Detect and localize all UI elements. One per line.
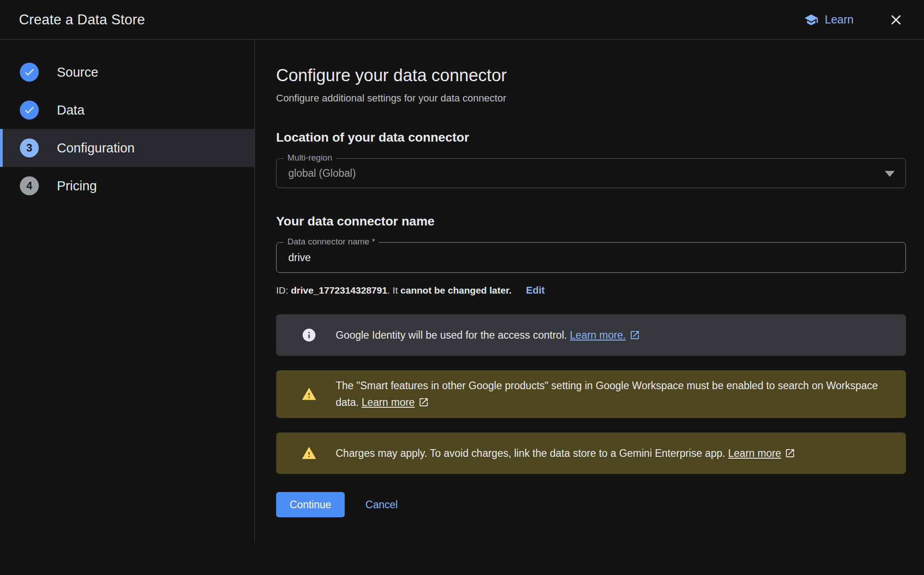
- name-section-title: Your data connector name: [276, 214, 906, 229]
- cancel-button[interactable]: Cancel: [365, 499, 398, 511]
- connector-name-field: Data connector name *: [276, 242, 906, 273]
- action-bar: Continue Cancel: [276, 492, 906, 517]
- charges-warning-content: Charges may apply. To avoid charges, lin…: [336, 445, 795, 462]
- check-circle-icon: [20, 101, 39, 120]
- stepper: Source Data 3 Configuration 4 Pricing: [0, 40, 255, 575]
- charges-warning-text: Charges may apply. To avoid charges, lin…: [336, 447, 725, 459]
- external-link-icon: [629, 330, 640, 340]
- region-select-value: global (Global): [288, 167, 356, 179]
- check-circle-icon: [20, 63, 39, 82]
- info-learn-more-label: Learn more.: [570, 329, 626, 341]
- step-pricing[interactable]: 4 Pricing: [0, 167, 255, 205]
- learn-label: Learn: [825, 13, 854, 26]
- step-label-source: Source: [57, 65, 98, 80]
- workspace-learn-more-label: Learn more: [362, 396, 415, 408]
- dialog-header: Create a Data Store Learn: [0, 0, 924, 40]
- warning-icon: [301, 446, 317, 461]
- info-banner-text: Google Identity will be used for the acc…: [336, 329, 567, 341]
- close-icon: [888, 12, 904, 28]
- close-button[interactable]: [886, 10, 906, 30]
- helper-bold: cannot be changed later.: [401, 285, 512, 295]
- step-source[interactable]: Source: [0, 53, 255, 91]
- region-select-label: Multi-region: [284, 153, 336, 163]
- info-banner-content: Google Identity will be used for the acc…: [336, 327, 640, 344]
- step-label-data: Data: [57, 103, 84, 118]
- learn-link[interactable]: Learn: [804, 13, 854, 27]
- connector-name-label: Data connector name *: [284, 237, 379, 247]
- school-icon: [804, 13, 818, 27]
- dialog-title: Create a Data Store: [19, 12, 145, 28]
- step-label-pricing: Pricing: [57, 179, 97, 193]
- step-data[interactable]: Data: [0, 91, 255, 129]
- page-subheading: Configure additional settings for your d…: [276, 92, 906, 104]
- workspace-learn-more-link[interactable]: Learn more: [362, 396, 430, 408]
- dialog-body: Source Data 3 Configuration 4 Pricing Co…: [0, 40, 924, 575]
- workspace-warning-banner: The "Smart features in other Google prod…: [276, 370, 906, 418]
- external-link-icon: [418, 397, 429, 408]
- location-section-title: Location of your data connector: [276, 130, 906, 145]
- connector-id: drive_1772314328791: [291, 285, 388, 295]
- chevron-down-icon: [885, 171, 895, 177]
- connector-id-helper: ID: drive_1772314328791. It cannot be ch…: [276, 285, 906, 296]
- page-heading: Configure your data connector: [276, 66, 906, 85]
- continue-button[interactable]: Continue: [276, 492, 345, 517]
- header-actions: Learn: [804, 10, 906, 30]
- step-label-configuration: Configuration: [57, 141, 135, 156]
- info-icon: [301, 327, 317, 343]
- workspace-warning-content: The "Smart features in other Google prod…: [336, 377, 888, 411]
- connector-name-input[interactable]: [288, 252, 894, 264]
- external-link-icon: [785, 448, 795, 459]
- helper-prefix: ID:: [276, 285, 291, 295]
- edit-id-button[interactable]: Edit: [526, 285, 545, 296]
- info-learn-more-link[interactable]: Learn more.: [570, 329, 640, 341]
- configuration-panel: Configure your data connector Configure …: [255, 40, 924, 575]
- create-data-store-dialog: Create a Data Store Learn Source: [0, 0, 924, 575]
- charges-learn-more-link[interactable]: Learn more: [728, 447, 796, 459]
- region-select[interactable]: Multi-region global (Global): [276, 158, 906, 188]
- step-number-circle: 4: [20, 176, 39, 195]
- warning-icon: [301, 386, 317, 402]
- charges-learn-more-label: Learn more: [728, 447, 781, 459]
- charges-warning-banner: Charges may apply. To avoid charges, lin…: [276, 432, 906, 474]
- step-number-circle: 3: [20, 138, 39, 157]
- info-banner: Google Identity will be used for the acc…: [276, 314, 906, 356]
- step-configuration[interactable]: 3 Configuration: [0, 129, 255, 167]
- helper-mid: . It: [387, 285, 400, 295]
